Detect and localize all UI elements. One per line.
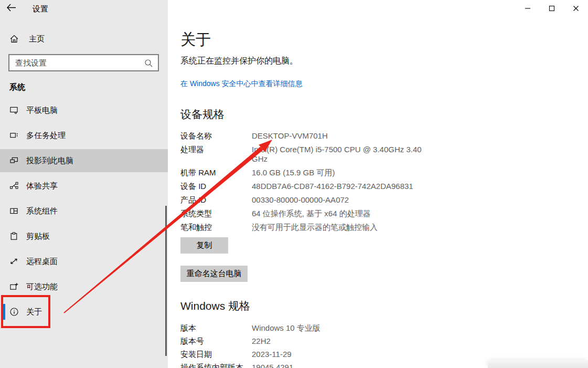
sidebar-item-tablet[interactable]: 平板电脑 xyxy=(0,99,168,122)
optional-features-icon xyxy=(9,282,19,291)
back-button[interactable] xyxy=(6,3,19,14)
spec-label: 笔和触控 xyxy=(180,223,252,232)
spec-label: 安装日期 xyxy=(180,350,252,359)
spec-value: 00330-80000-00000-AA072 xyxy=(252,195,349,205)
spec-label: 版本号 xyxy=(180,337,252,346)
maximize-icon xyxy=(549,5,555,12)
sidebar-item-clipboard[interactable]: 剪贴板 xyxy=(0,225,168,248)
spec-label: 设备名称 xyxy=(180,131,252,141)
device-spec-heading: 设备规格 xyxy=(180,107,224,122)
sidebar-item-remote-desktop[interactable]: 远程桌面 xyxy=(0,250,168,273)
spec-value: Intel(R) Core(TM) i5-7500 CPU @ 3.40GHz … xyxy=(252,145,427,164)
search-input[interactable] xyxy=(9,55,158,70)
spec-row-edition: 版本 Windows 10 专业版 xyxy=(180,323,320,333)
background-window-edge xyxy=(488,360,588,368)
sidebar-section-system: 系统 xyxy=(9,82,25,92)
windows-security-link[interactable]: 在 Windows 安全中心中查看详细信息 xyxy=(180,79,303,89)
spec-row-os-build: 操作系统内部版本 19045.4291 xyxy=(180,363,320,368)
close-button[interactable] xyxy=(564,0,588,17)
search-icon[interactable] xyxy=(143,58,154,69)
spec-label: 系统类型 xyxy=(180,209,252,218)
spec-value: 19045.4291 xyxy=(252,363,293,368)
app-title: 设置 xyxy=(33,4,48,14)
spec-label: 版本 xyxy=(180,323,252,333)
spec-row-version: 版本号 22H2 xyxy=(180,337,320,346)
page-subtitle: 系统正在监控并保护你的电脑。 xyxy=(180,56,298,67)
tablet-icon xyxy=(9,106,19,115)
spec-label: 设备 ID xyxy=(180,182,252,191)
sidebar: 设置 主页 系统 平板电脑 xyxy=(0,0,168,368)
sidebar-scrollbar[interactable] xyxy=(165,206,167,356)
spec-label: 产品 ID xyxy=(180,195,252,205)
sidebar-item-optional-features[interactable]: 可选功能 xyxy=(0,275,168,298)
settings-window: 设置 主页 系统 平板电脑 xyxy=(0,0,588,368)
page-title: 关于 xyxy=(180,29,211,50)
spec-row-processor: 处理器 Intel(R) Core(TM) i5-7500 CPU @ 3.40… xyxy=(180,145,427,164)
minimize-icon xyxy=(525,5,531,12)
sidebar-item-shared-experiences[interactable]: 体验共享 xyxy=(0,174,168,197)
spec-row-ram: 机带 RAM 16.0 GB (15.9 GB 可用) xyxy=(180,168,427,177)
sidebar-item-system-components[interactable]: 系统组件 xyxy=(0,199,168,223)
sidebar-item-label: 平板电脑 xyxy=(26,106,58,115)
spec-label: 机带 RAM xyxy=(180,168,252,177)
shared-experiences-icon xyxy=(9,181,19,191)
titlebar: 设置 xyxy=(0,0,168,17)
selected-accent-bar xyxy=(3,304,5,320)
sidebar-item-label: 远程桌面 xyxy=(26,257,58,267)
sidebar-item-label: 可选功能 xyxy=(26,282,58,292)
sidebar-item-label: 体验共享 xyxy=(26,181,58,191)
device-spec-list: 设备名称 DESKTOP-VVM701H 处理器 Intel(R) Core(T… xyxy=(180,131,427,236)
spec-label: 处理器 xyxy=(180,145,252,164)
spec-value: 22H2 xyxy=(252,337,271,346)
sidebar-item-home[interactable]: 主页 xyxy=(0,29,168,48)
sidebar-item-label: 剪贴板 xyxy=(26,232,50,241)
sidebar-item-label: 投影到此电脑 xyxy=(26,156,73,166)
spec-row-device-name: 设备名称 DESKTOP-VVM701H xyxy=(180,131,427,141)
rename-pc-button[interactable]: 重命名这台电脑 xyxy=(180,266,248,282)
spec-value: Windows 10 专业版 xyxy=(252,323,320,333)
spec-value: 没有可用于此显示器的笔或触控输入 xyxy=(252,223,378,232)
spec-value: 64 位操作系统, 基于 x64 的处理器 xyxy=(252,209,371,218)
system-components-icon xyxy=(9,206,19,216)
close-icon xyxy=(573,5,579,12)
sidebar-item-multitasking[interactable]: 多任务处理 xyxy=(0,124,168,147)
spec-value: 16.0 GB (15.9 GB 可用) xyxy=(252,168,335,177)
spec-row-device-id: 设备 ID 48DDB7A6-CD87-4162-B792-742A2DA968… xyxy=(180,182,427,191)
window-controls xyxy=(516,0,588,17)
spec-value: 2023-11-29 xyxy=(252,350,292,359)
sidebar-item-label: 系统组件 xyxy=(26,206,58,216)
spec-row-install-date: 安装日期 2023-11-29 xyxy=(180,350,320,359)
project-to-pc-icon xyxy=(9,156,19,165)
spec-row-pen-touch: 笔和触控 没有可用于此显示器的笔或触控输入 xyxy=(180,223,427,232)
sidebar-item-label: 关于 xyxy=(26,307,42,317)
spec-row-system-type: 系统类型 64 位操作系统, 基于 x64 的处理器 xyxy=(180,209,427,218)
spec-label: 操作系统内部版本 xyxy=(180,363,252,368)
sidebar-item-label: 多任务处理 xyxy=(26,131,66,141)
sidebar-item-label: 主页 xyxy=(29,34,45,44)
multitask-icon xyxy=(9,131,19,140)
sidebar-item-projecting[interactable]: 投影到此电脑 xyxy=(0,149,168,172)
windows-spec-list: 版本 Windows 10 专业版 版本号 22H2 安装日期 2023-11-… xyxy=(180,323,320,368)
back-arrow-icon xyxy=(6,3,17,12)
main-content: 关于 系统正在监控并保护你的电脑。 在 Windows 安全中心中查看详细信息 … xyxy=(180,0,506,368)
windows-spec-heading: Windows 规格 xyxy=(180,299,250,313)
remote-desktop-icon xyxy=(9,257,19,266)
minimize-button[interactable] xyxy=(516,0,540,17)
clipboard-icon xyxy=(9,232,19,241)
copy-button[interactable]: 复制 xyxy=(180,237,228,254)
sidebar-item-about[interactable]: 关于 xyxy=(0,300,168,323)
search-box xyxy=(8,54,159,71)
spec-value: 48DDB7A6-CD87-4162-B792-742A2DA96831 xyxy=(252,182,413,191)
spec-row-product-id: 产品 ID 00330-80000-00000-AA072 xyxy=(180,195,427,205)
maximize-button[interactable] xyxy=(540,0,564,17)
spec-value: DESKTOP-VVM701H xyxy=(252,131,328,141)
info-icon xyxy=(9,307,19,317)
home-icon xyxy=(9,34,19,44)
